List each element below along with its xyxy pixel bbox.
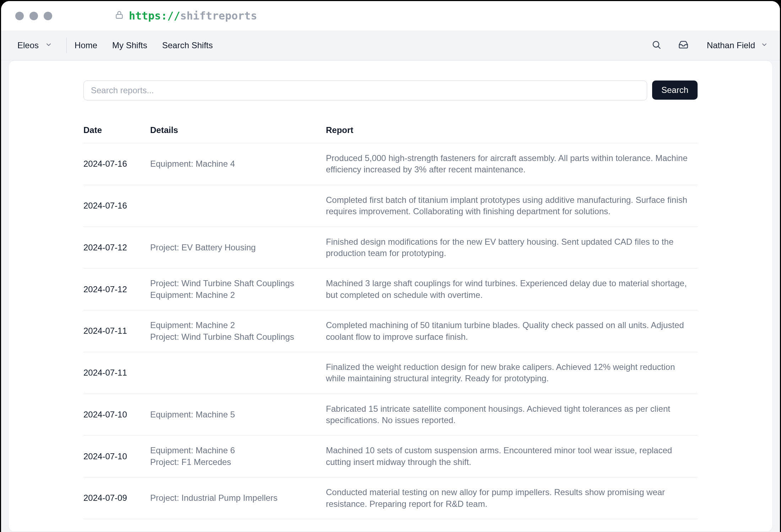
table-header-row: Date Details Report (83, 125, 698, 143)
details-line: Equipment: Machine 2 (150, 289, 319, 301)
user-name: Nathan Field (707, 40, 755, 50)
details-cell: Project: Industrial Pump Impellers (150, 477, 326, 519)
nav-my-shifts[interactable]: My Shifts (112, 40, 147, 50)
inbox-icon-button[interactable] (676, 38, 690, 52)
traffic-light-minimize[interactable] (29, 12, 38, 20)
reports-table: Date Details Report 2024-07-16Equipment:… (83, 125, 698, 519)
nav-links: Home My Shifts Search Shifts (75, 40, 213, 50)
table-row[interactable]: 2024-07-11Finalized the weight reduction… (83, 352, 698, 394)
report-cell: Completed machining of 50 titanium turbi… (326, 310, 698, 352)
date-cell: 2024-07-10 (83, 436, 150, 477)
report-cell: Conducted material testing on new alloy … (326, 477, 698, 519)
date-cell: 2024-07-12 (83, 227, 150, 268)
table-row[interactable]: 2024-07-16Completed first batch of titan… (83, 185, 698, 227)
details-line: Project: EV Battery Housing (150, 242, 319, 253)
table-row[interactable]: 2024-07-09Project: Industrial Pump Impel… (83, 477, 698, 519)
topbar-right: Nathan Field (649, 38, 768, 52)
date-cell: 2024-07-12 (83, 268, 150, 310)
details-cell (150, 352, 326, 394)
search-icon (651, 40, 661, 51)
report-cell: Produced 5,000 high-strength fasteners f… (326, 143, 698, 185)
titlebar: https://shiftreports (1, 1, 780, 31)
topbar-divider (66, 38, 67, 53)
url-protocol: https:// (129, 10, 180, 22)
traffic-light-close[interactable] (15, 12, 24, 20)
details-line: Equipment: Machine 2 (150, 320, 319, 331)
details-cell: Equipment: Machine 4 (150, 143, 326, 185)
report-cell: Machined 10 sets of custom suspension ar… (326, 436, 698, 477)
details-cell: Project: Wind Turbine Shaft CouplingsEqu… (150, 268, 326, 310)
report-cell: Fabricated 15 intricate satellite compon… (326, 394, 698, 436)
date-cell: 2024-07-10 (83, 394, 150, 436)
inbox-icon (678, 40, 688, 51)
date-cell: 2024-07-11 (83, 352, 150, 394)
details-line: Equipment: Machine 6 (150, 445, 319, 456)
user-menu[interactable]: Nathan Field (703, 40, 768, 50)
date-cell: 2024-07-11 (83, 310, 150, 352)
url-path: shiftreports (180, 10, 257, 22)
app-window: https://shiftreports Eleos Home My Shift… (1, 1, 780, 532)
table-row[interactable]: 2024-07-10Equipment: Machine 6Project: F… (83, 436, 698, 477)
url-bar: https://shiftreports (115, 10, 257, 22)
chevron-down-icon (761, 41, 768, 50)
table-row[interactable]: 2024-07-12Project: EV Battery HousingFin… (83, 227, 698, 268)
report-cell: Finalized the weight reduction design fo… (326, 352, 698, 394)
details-cell (150, 185, 326, 227)
traffic-lights (15, 12, 52, 20)
url-text: https://shiftreports (129, 10, 257, 22)
details-line: Project: Industrial Pump Impellers (150, 492, 319, 504)
table-row[interactable]: 2024-07-16Equipment: Machine 4Produced 5… (83, 143, 698, 185)
details-cell: Equipment: Machine 2Project: Wind Turbin… (150, 310, 326, 352)
org-switcher[interactable]: Eleos (13, 37, 59, 54)
date-cell: 2024-07-16 (83, 185, 150, 227)
table-row[interactable]: 2024-07-12Project: Wind Turbine Shaft Co… (83, 268, 698, 310)
th-report: Report (326, 125, 698, 143)
details-cell: Equipment: Machine 6Project: F1 Mercedes (150, 436, 326, 477)
search-input[interactable] (83, 81, 647, 100)
topbar: Eleos Home My Shifts Search Shifts (1, 31, 780, 60)
svg-line-2 (658, 46, 660, 48)
details-line: Equipment: Machine 4 (150, 158, 319, 170)
search-button[interactable]: Search (652, 81, 698, 100)
details-cell: Equipment: Machine 5 (150, 394, 326, 436)
report-cell: Completed first batch of titanium implan… (326, 185, 698, 227)
date-cell: 2024-07-16 (83, 143, 150, 185)
traffic-light-maximize[interactable] (44, 12, 52, 20)
details-cell: Project: EV Battery Housing (150, 227, 326, 268)
chevron-down-icon (45, 41, 52, 50)
report-cell: Finished design modifications for the ne… (326, 227, 698, 268)
table-row[interactable]: 2024-07-10Equipment: Machine 5Fabricated… (83, 394, 698, 436)
search-icon-button[interactable] (649, 38, 663, 52)
lock-icon (115, 10, 124, 22)
svg-rect-0 (116, 15, 122, 18)
details-line: Project: Wind Turbine Shaft Couplings (150, 278, 319, 289)
nav-search-shifts[interactable]: Search Shifts (162, 40, 213, 50)
date-cell: 2024-07-09 (83, 477, 150, 519)
details-line: Project: F1 Mercedes (150, 456, 319, 468)
th-date: Date (83, 125, 150, 143)
details-line: Project: Wind Turbine Shaft Couplings (150, 331, 319, 343)
table-row[interactable]: 2024-07-11Equipment: Machine 2Project: W… (83, 310, 698, 352)
th-details: Details (150, 125, 326, 143)
details-line: Equipment: Machine 5 (150, 409, 319, 420)
search-row: Search (83, 81, 698, 100)
content-panel: Search Date Details Report 2024-07-16Equ… (1, 60, 780, 532)
nav-home[interactable]: Home (75, 40, 97, 50)
org-name: Eleos (17, 40, 39, 50)
content-card: Search Date Details Report 2024-07-16Equ… (8, 60, 773, 532)
report-cell: Machined 3 large shaft couplings for win… (326, 268, 698, 310)
